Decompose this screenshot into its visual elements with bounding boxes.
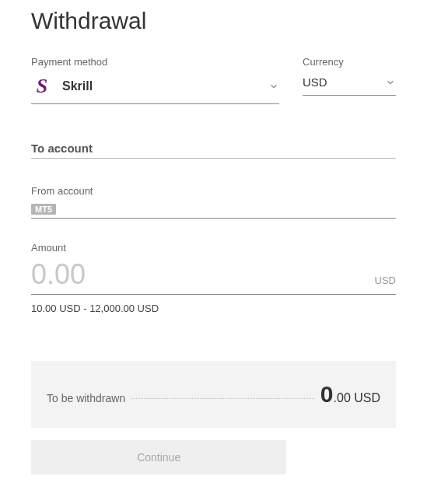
to-account-section: To account [31, 142, 396, 159]
currency-field: Currency USD [303, 56, 396, 104]
payment-method-label: Payment method [31, 56, 279, 68]
to-account-label: To account [31, 142, 396, 159]
amount-range: 10.00 USD - 12,000.00 USD [31, 303, 396, 314]
amount-currency: USD [375, 275, 396, 286]
from-account-select[interactable]: MT5 [31, 201, 396, 219]
payment-method-select[interactable]: S Skrill [31, 72, 279, 104]
summary-value: 0.00 USD [320, 381, 380, 408]
summary-label: To be withdrawn [47, 392, 125, 404]
account-type-badge: MT5 [31, 204, 56, 215]
amount-label: Amount [31, 242, 396, 254]
withdrawal-summary: To be withdrawn 0.00 USD [31, 361, 396, 428]
currency-value: USD [303, 75, 385, 89]
chevron-down-icon [385, 77, 396, 88]
payment-method-value: Skrill [62, 79, 268, 93]
payment-method-field: Payment method S Skrill [31, 56, 279, 104]
chevron-down-icon [268, 81, 279, 92]
summary-dots [131, 398, 314, 399]
from-account-label: From account [31, 185, 396, 197]
from-account-section: From account MT5 [31, 185, 396, 219]
page-title: Withdrawal [31, 8, 396, 34]
amount-input[interactable] [31, 258, 369, 291]
continue-button[interactable]: Continue [31, 440, 286, 474]
skrill-icon: S [31, 75, 53, 97]
currency-label: Currency [303, 56, 396, 68]
currency-select[interactable]: USD [303, 72, 396, 96]
amount-section: Amount USD 10.00 USD - 12,000.00 USD [31, 242, 396, 314]
